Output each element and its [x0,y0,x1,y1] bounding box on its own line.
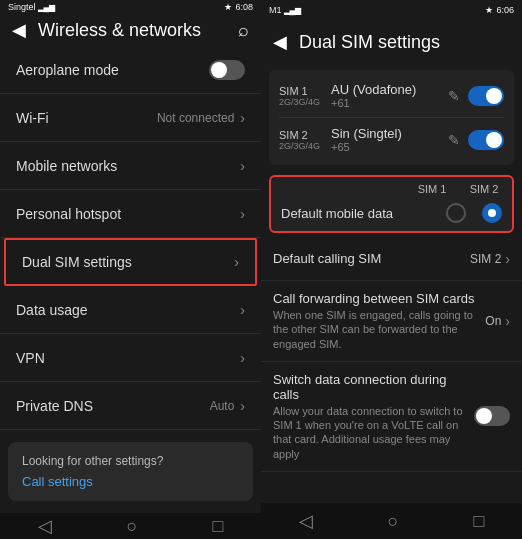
vpn-chevron-icon: › [240,350,245,366]
nav-home-left[interactable]: ○ [127,516,138,537]
right-panel: M1 ▂▄▆ ★ 6:06 ◀ Dual SIM settings SIM 1 … [261,0,522,539]
sim2-toggle[interactable] [468,130,504,150]
data-header-row: SIM 1 SIM 2 [271,177,512,199]
top-bar-right: ◀ Dual SIM settings [261,20,522,64]
setting-row-switch-data[interactable]: Switch data connection during calls Allo… [261,362,522,472]
personal-hotspot-label: Personal hotspot [16,206,121,222]
vpn-label: VPN [16,350,45,366]
aeroplane-toggle[interactable] [209,60,245,80]
aeroplane-label: Aeroplane mode [16,62,119,78]
status-bar-left: Singtel ▂▄▆ ★ 6:08 [0,0,261,14]
sim1-id: SIM 1 [279,85,323,97]
search-button-left[interactable]: ⌕ [238,20,249,41]
menu-item-dual-sim[interactable]: Dual SIM settings › [4,238,257,286]
switch-data-title: Switch data connection during calls [273,372,474,402]
switch-data-sub: Allow your data connection to switch to … [273,404,474,461]
private-dns-label: Private DNS [16,398,93,414]
mobile-networks-chevron-icon: › [240,158,245,174]
sim1-name: AU (Vodafone) [331,82,440,97]
data-radio-sim1[interactable] [446,203,466,223]
default-data-section: SIM 1 SIM 2 Default mobile data [269,175,514,233]
private-dns-status: Auto [210,399,235,413]
nav-back-right[interactable]: ◁ [299,510,313,532]
bluetooth-icon-right: ★ [485,5,493,15]
menu-item-data-usage[interactable]: Data usage › [0,286,261,334]
sim1-row[interactable]: SIM 1 2G/3G/4G AU (Vodafone) +61 ✎ [269,74,514,117]
back-button-left[interactable]: ◀ [12,19,26,41]
nav-bar-right: ◁ ○ □ [261,503,522,539]
private-dns-chevron-icon: › [240,398,245,414]
sim1-type: 2G/3G/4G [279,97,323,107]
calling-sim-right: SIM 2 › [470,251,510,267]
back-button-right[interactable]: ◀ [273,31,287,53]
carrier-text-left: Singtel [8,2,36,12]
wifi-chevron-icon: › [240,110,245,126]
data-choice-row: Default mobile data [271,199,512,231]
sim1-actions: ✎ [448,86,504,106]
page-title-right: Dual SIM settings [299,32,510,53]
setting-row-call-forwarding[interactable]: Call forwarding between SIM cards When o… [261,281,522,362]
nav-back-left[interactable]: ◁ [38,515,52,537]
call-forwarding-value: On [485,314,501,328]
data-usage-label: Data usage [16,302,88,318]
nav-recents-left[interactable]: □ [213,516,224,537]
sim2-type: 2G/3G/4G [279,141,323,151]
status-right-left: ★ 6:08 [224,2,253,12]
call-forwarding-title: Call forwarding between SIM cards [273,291,485,306]
menu-item-personal-hotspot[interactable]: Personal hotspot › [0,190,261,238]
time-right: 6:06 [496,5,514,15]
menu-item-wifi[interactable]: Wi-Fi Not connected › [0,94,261,142]
wifi-label: Wi-Fi [16,110,49,126]
time-left: 6:08 [235,2,253,12]
sim2-info: Sin (Singtel) +65 [331,126,440,153]
page-title-left: Wireless & networks [38,20,226,41]
menu-item-aeroplane[interactable]: Aeroplane mode [0,46,261,94]
data-usage-chevron-icon: › [240,302,245,318]
signal-left: ▂▄▆ [38,3,56,12]
status-bar-right: M1 ▂▄▆ ★ 6:06 [261,0,522,20]
switch-data-toggle[interactable] [474,406,510,426]
sim1-info: AU (Vodafone) +61 [331,82,440,109]
call-forwarding-right: On › [485,313,510,329]
call-settings-link[interactable]: Call settings [22,474,239,489]
sim2-name: Sin (Singtel) [331,126,440,141]
call-forwarding-chevron-icon: › [505,313,510,329]
dual-sim-label: Dual SIM settings [22,254,132,270]
calling-sim-title: Default calling SIM [273,251,470,266]
sim2-number: +65 [331,141,440,153]
mobile-networks-label: Mobile networks [16,158,117,174]
bluetooth-icon-left: ★ [224,2,232,12]
menu-item-mobile-networks[interactable]: Mobile networks › [0,142,261,190]
status-carrier-right: M1 ▂▄▆ [269,5,301,15]
sim1-number: +61 [331,97,440,109]
status-right-right: ★ 6:06 [485,5,514,15]
menu-item-vpn[interactable]: VPN › [0,334,261,382]
personal-hotspot-chevron-icon: › [240,206,245,222]
sim1-toggle[interactable] [468,86,504,106]
nav-bar-left: ◁ ○ □ [0,513,261,539]
sim2-edit-icon[interactable]: ✎ [448,132,460,148]
top-bar-left: ◀ Wireless & networks ⌕ [0,14,261,46]
sim1-edit-icon[interactable]: ✎ [448,88,460,104]
calling-sim-value: SIM 2 [470,252,501,266]
dual-sim-chevron-icon: › [234,254,239,270]
data-header-sim1: SIM 1 [414,183,450,195]
data-radio-sim2[interactable] [482,203,502,223]
nav-recents-right[interactable]: □ [474,511,485,532]
footer-card-title: Looking for other settings? [22,454,239,468]
data-header-sim2: SIM 2 [466,183,502,195]
sim2-badge: SIM 2 2G/3G/4G [279,129,323,151]
default-data-label: Default mobile data [281,206,446,221]
setting-row-calling-sim[interactable]: Default calling SIM SIM 2 › [261,237,522,281]
menu-item-private-dns[interactable]: Private DNS Auto › [0,382,261,430]
signal-right: ▂▄▆ [284,6,302,15]
sim2-row[interactable]: SIM 2 2G/3G/4G Sin (Singtel) +65 ✎ [269,118,514,161]
call-forwarding-sub: When one SIM is engaged, calls going to … [273,308,485,351]
left-panel: Singtel ▂▄▆ ★ 6:08 ◀ Wireless & networks… [0,0,261,539]
footer-card-left: Looking for other settings? Call setting… [8,442,253,501]
sim2-actions: ✎ [448,130,504,150]
nav-home-right[interactable]: ○ [388,511,399,532]
sim-cards-section: SIM 1 2G/3G/4G AU (Vodafone) +61 ✎ SIM 2… [269,70,514,165]
calling-sim-chevron-icon: › [505,251,510,267]
status-carrier-left: Singtel ▂▄▆ [8,2,55,12]
